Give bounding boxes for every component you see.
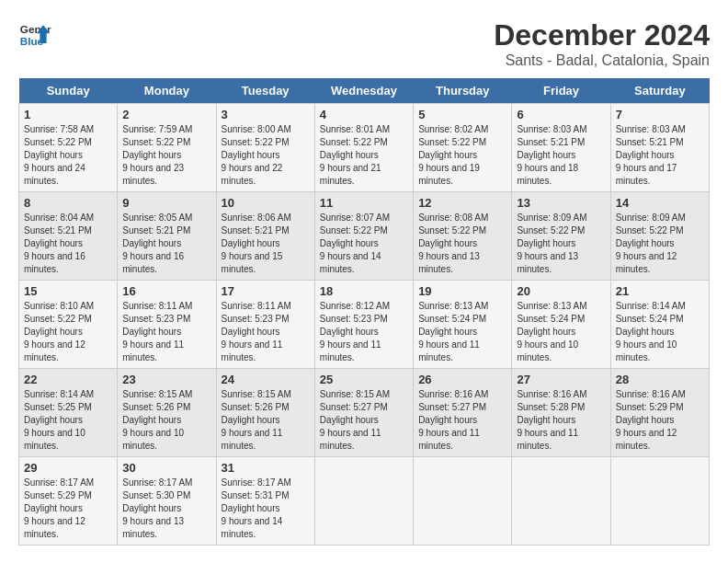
table-row: 1 Sunrise: 7:58 AM Sunset: 5:22 PM Dayli… <box>19 104 118 192</box>
day-info: Sunrise: 8:16 AM Sunset: 5:27 PM Dayligh… <box>418 388 506 453</box>
table-row: 24 Sunrise: 8:15 AM Sunset: 5:26 PM Dayl… <box>216 369 314 457</box>
table-row <box>610 457 709 546</box>
table-row: 5 Sunrise: 8:02 AM Sunset: 5:22 PM Dayli… <box>414 104 512 192</box>
day-info: Sunrise: 8:09 AM Sunset: 5:22 PM Dayligh… <box>616 212 704 276</box>
day-info: Sunrise: 8:17 AM Sunset: 5:29 PM Dayligh… <box>24 477 112 541</box>
day-number: 18 <box>320 284 408 298</box>
day-number: 14 <box>616 196 704 210</box>
calendar-header: Sunday Monday Tuesday Wednesday Thursday… <box>19 78 710 104</box>
table-row: 21 Sunrise: 8:14 AM Sunset: 5:24 PM Dayl… <box>610 281 709 369</box>
day-info: Sunrise: 7:58 AM Sunset: 5:22 PM Dayligh… <box>24 123 112 188</box>
page-title: December 2024 <box>494 18 710 52</box>
day-number: 21 <box>616 284 704 298</box>
day-number: 20 <box>517 284 605 298</box>
table-row: 3 Sunrise: 8:00 AM Sunset: 5:22 PM Dayli… <box>216 104 314 192</box>
day-number: 29 <box>24 461 112 475</box>
day-number: 25 <box>320 373 408 386</box>
table-row: 2 Sunrise: 7:59 AM Sunset: 5:22 PM Dayli… <box>118 104 216 192</box>
day-number: 10 <box>222 196 310 210</box>
day-number: 16 <box>122 284 210 298</box>
day-info: Sunrise: 8:17 AM Sunset: 5:30 PM Dayligh… <box>122 477 210 541</box>
day-info: Sunrise: 8:17 AM Sunset: 5:31 PM Dayligh… <box>222 477 310 541</box>
calendar-week-1: 1 Sunrise: 7:58 AM Sunset: 5:22 PM Dayli… <box>19 104 710 192</box>
calendar-body: 1 Sunrise: 7:58 AM Sunset: 5:22 PM Dayli… <box>19 104 710 546</box>
day-number: 13 <box>517 196 605 210</box>
table-row <box>512 457 610 546</box>
page-subtitle: Sants - Badal, Catalonia, Spain <box>494 52 710 69</box>
day-number: 2 <box>122 108 210 121</box>
day-number: 3 <box>222 108 310 121</box>
table-row <box>314 457 413 546</box>
day-number: 9 <box>122 196 210 210</box>
table-row: 10 Sunrise: 8:06 AM Sunset: 5:21 PM Dayl… <box>216 192 314 281</box>
day-info: Sunrise: 8:10 AM Sunset: 5:22 PM Dayligh… <box>24 300 112 364</box>
svg-text:General: General <box>20 23 51 35</box>
title-area: December 2024 Sants - Badal, Catalonia, … <box>494 18 710 69</box>
day-info: Sunrise: 8:15 AM Sunset: 5:26 PM Dayligh… <box>122 388 210 453</box>
day-number: 24 <box>222 373 310 386</box>
table-row: 29 Sunrise: 8:17 AM Sunset: 5:29 PM Dayl… <box>19 457 118 546</box>
day-number: 17 <box>222 284 310 298</box>
table-row: 26 Sunrise: 8:16 AM Sunset: 5:27 PM Dayl… <box>414 369 512 457</box>
calendar-week-5: 29 Sunrise: 8:17 AM Sunset: 5:29 PM Dayl… <box>19 457 710 546</box>
table-row: 12 Sunrise: 8:08 AM Sunset: 5:22 PM Dayl… <box>414 192 512 281</box>
day-info: Sunrise: 8:02 AM Sunset: 5:22 PM Dayligh… <box>418 123 506 188</box>
day-number: 1 <box>24 108 112 121</box>
table-row: 11 Sunrise: 8:07 AM Sunset: 5:22 PM Dayl… <box>314 192 413 281</box>
table-row: 13 Sunrise: 8:09 AM Sunset: 5:22 PM Dayl… <box>512 192 610 281</box>
day-number: 23 <box>122 373 210 386</box>
day-info: Sunrise: 8:15 AM Sunset: 5:27 PM Dayligh… <box>320 388 408 453</box>
table-row: 6 Sunrise: 8:03 AM Sunset: 5:21 PM Dayli… <box>512 104 610 192</box>
col-thursday: Thursday <box>414 78 512 104</box>
table-row: 22 Sunrise: 8:14 AM Sunset: 5:25 PM Dayl… <box>19 369 118 457</box>
day-number: 11 <box>320 196 408 210</box>
table-row: 30 Sunrise: 8:17 AM Sunset: 5:30 PM Dayl… <box>118 457 216 546</box>
day-info: Sunrise: 8:03 AM Sunset: 5:21 PM Dayligh… <box>616 123 704 188</box>
day-info: Sunrise: 8:12 AM Sunset: 5:23 PM Dayligh… <box>320 300 408 364</box>
col-sunday: Sunday <box>19 78 118 104</box>
day-info: Sunrise: 8:08 AM Sunset: 5:22 PM Dayligh… <box>418 212 506 276</box>
day-info: Sunrise: 8:13 AM Sunset: 5:24 PM Dayligh… <box>517 300 605 364</box>
table-row: 17 Sunrise: 8:11 AM Sunset: 5:23 PM Dayl… <box>216 281 314 369</box>
day-number: 12 <box>418 196 506 210</box>
table-row: 31 Sunrise: 8:17 AM Sunset: 5:31 PM Dayl… <box>216 457 314 546</box>
col-friday: Friday <box>512 78 610 104</box>
table-row: 19 Sunrise: 8:13 AM Sunset: 5:24 PM Dayl… <box>414 281 512 369</box>
logo-icon: General Blue <box>18 18 51 52</box>
calendar-week-4: 22 Sunrise: 8:14 AM Sunset: 5:25 PM Dayl… <box>19 369 710 457</box>
table-row: 4 Sunrise: 8:01 AM Sunset: 5:22 PM Dayli… <box>314 104 413 192</box>
day-info: Sunrise: 8:07 AM Sunset: 5:22 PM Dayligh… <box>320 212 408 276</box>
table-row: 18 Sunrise: 8:12 AM Sunset: 5:23 PM Dayl… <box>314 281 413 369</box>
table-row: 9 Sunrise: 8:05 AM Sunset: 5:21 PM Dayli… <box>118 192 216 281</box>
day-number: 26 <box>418 373 506 386</box>
day-number: 4 <box>320 108 408 121</box>
day-info: Sunrise: 8:09 AM Sunset: 5:22 PM Dayligh… <box>517 212 605 276</box>
table-row: 7 Sunrise: 8:03 AM Sunset: 5:21 PM Dayli… <box>610 104 709 192</box>
day-number: 5 <box>418 108 506 121</box>
calendar-table: Sunday Monday Tuesday Wednesday Thursday… <box>18 78 710 546</box>
col-tuesday: Tuesday <box>216 78 314 104</box>
day-info: Sunrise: 8:15 AM Sunset: 5:26 PM Dayligh… <box>222 388 310 453</box>
col-wednesday: Wednesday <box>314 78 413 104</box>
table-row: 8 Sunrise: 8:04 AM Sunset: 5:21 PM Dayli… <box>19 192 118 281</box>
day-info: Sunrise: 8:11 AM Sunset: 5:23 PM Dayligh… <box>222 300 310 364</box>
header-row: Sunday Monday Tuesday Wednesday Thursday… <box>19 78 710 104</box>
day-number: 15 <box>24 284 112 298</box>
day-info: Sunrise: 8:06 AM Sunset: 5:21 PM Dayligh… <box>222 212 310 276</box>
day-info: Sunrise: 8:01 AM Sunset: 5:22 PM Dayligh… <box>320 123 408 188</box>
col-saturday: Saturday <box>610 78 709 104</box>
calendar-week-3: 15 Sunrise: 8:10 AM Sunset: 5:22 PM Dayl… <box>19 281 710 369</box>
day-number: 31 <box>222 461 310 475</box>
day-info: Sunrise: 8:00 AM Sunset: 5:22 PM Dayligh… <box>222 123 310 188</box>
day-number: 28 <box>616 373 704 386</box>
table-row: 14 Sunrise: 8:09 AM Sunset: 5:22 PM Dayl… <box>610 192 709 281</box>
table-row <box>414 457 512 546</box>
table-row: 16 Sunrise: 8:11 AM Sunset: 5:23 PM Dayl… <box>118 281 216 369</box>
day-info: Sunrise: 8:14 AM Sunset: 5:24 PM Dayligh… <box>616 300 704 364</box>
day-number: 7 <box>616 108 704 121</box>
day-info: Sunrise: 8:13 AM Sunset: 5:24 PM Dayligh… <box>418 300 506 364</box>
calendar-week-2: 8 Sunrise: 8:04 AM Sunset: 5:21 PM Dayli… <box>19 192 710 281</box>
day-number: 27 <box>517 373 605 386</box>
day-number: 19 <box>418 284 506 298</box>
table-row: 15 Sunrise: 8:10 AM Sunset: 5:22 PM Dayl… <box>19 281 118 369</box>
